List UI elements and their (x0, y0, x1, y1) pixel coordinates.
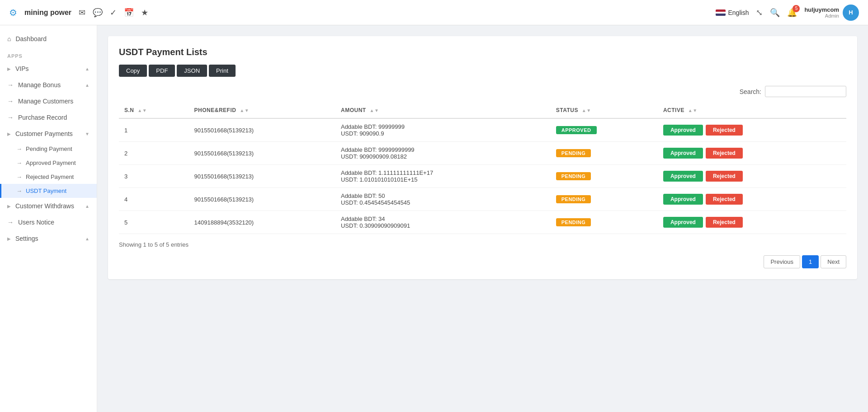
pending-payment-icon: → (16, 145, 22, 152)
page-1-button[interactable]: 1 (802, 255, 819, 268)
action-buttons: Approved Rejected (663, 217, 841, 228)
calendar-icon[interactable]: 📅 (124, 8, 134, 18)
search-icon[interactable]: 🔍 (770, 8, 780, 18)
col-phone-refid[interactable]: PHONE&REFID ▲▼ (189, 103, 335, 118)
star-icon[interactable]: ★ (141, 8, 148, 18)
toolbar: Copy PDF JSON Print (119, 65, 846, 77)
sidebar-item-settings[interactable]: ▶ Settings ▲ (0, 230, 97, 247)
approve-button[interactable]: Approved (663, 148, 703, 159)
data-table: S.N ▲▼ PHONE&REFID ▲▼ AMOUNT ▲▼ STATUS (119, 103, 846, 234)
sidebar-label-customer-payments: Customer Payments (15, 130, 73, 137)
home-icon: ⌂ (7, 35, 11, 42)
col-status[interactable]: STATUS ▲▼ (551, 103, 658, 118)
table-row: 5 1409188894(3532120) Addable BDT: 34 US… (119, 211, 846, 234)
cell-sn: 2 (119, 142, 189, 165)
cell-sn: 1 (119, 118, 189, 142)
sidebar-label-vips: VIPs (15, 65, 29, 72)
sidebar-item-approved-payment[interactable]: → Approved Payment (0, 156, 97, 170)
reject-button[interactable]: Rejected (706, 194, 743, 205)
sidebar-label-settings: Settings (15, 235, 38, 242)
table-header: S.N ▲▼ PHONE&REFID ▲▼ AMOUNT ▲▼ STATUS (119, 103, 846, 118)
reject-button[interactable]: Rejected (706, 125, 743, 136)
cell-amount: Addable BDT: 50 USDT: 0.45454545454545 (335, 188, 551, 211)
cell-sn: 5 (119, 211, 189, 234)
cell-sn: 3 (119, 165, 189, 188)
sidebar-item-usdt-payment[interactable]: → USDT Payment (0, 184, 97, 198)
vips-expand-icon: ▲ (85, 66, 90, 71)
sidebar-item-vips[interactable]: ▶ VIPs ▲ (0, 61, 97, 77)
amount-line1: Addable BDT: 99999999 (341, 123, 405, 130)
chat-icon[interactable]: 💬 (93, 8, 103, 18)
rejected-payment-icon: → (16, 173, 22, 180)
amount-line2: USDT: 909090.9 (341, 130, 384, 137)
sidebar-item-purchase-record[interactable]: → Purchase Record (0, 109, 97, 126)
user-info[interactable]: huljuymcom Admin H (804, 5, 859, 21)
content-card: USDT Payment Lists Copy PDF JSON Print S… (108, 36, 857, 279)
cell-amount: Addable BDT: 99999999999 USDT: 909090909… (335, 142, 551, 165)
search-input[interactable] (765, 86, 846, 97)
sidebar-label-purchase-record: Purchase Record (18, 114, 67, 121)
amount-line2: USDT: 0.45454545454545 (341, 199, 410, 206)
settings-icon: ▶ (7, 236, 11, 241)
sidebar-item-manage-bonus[interactable]: → Manage Bonus ▲ (0, 77, 97, 93)
customer-payments-icon: ▶ (7, 131, 11, 136)
amount-line1: Addable BDT: 1.11111111111E+17 (341, 169, 433, 176)
amount-line2: USDT: 0.30909090909091 (341, 222, 410, 229)
cell-amount: Addable BDT: 34 USDT: 0.30909090909091 (335, 211, 551, 234)
col-amount[interactable]: AMOUNT ▲▼ (335, 103, 551, 118)
approve-button[interactable]: Approved (663, 125, 703, 136)
amount-line2: USDT: 909090909.08182 (341, 153, 407, 160)
sidebar-label-manage-customers: Manage Customers (18, 98, 73, 105)
status-badge: APPROVED (556, 126, 597, 134)
next-button[interactable]: Next (821, 255, 846, 268)
manage-customers-icon: → (7, 98, 14, 105)
table-header-row: S.N ▲▼ PHONE&REFID ▲▼ AMOUNT ▲▼ STATUS (119, 103, 846, 118)
cell-status: PENDING (551, 211, 658, 234)
reject-button[interactable]: Rejected (706, 171, 743, 182)
cell-active: Approved Rejected (658, 118, 846, 142)
sidebar-item-pending-payment[interactable]: → Pending Payment (0, 142, 97, 156)
approve-button[interactable]: Approved (663, 217, 703, 228)
json-button[interactable]: JSON (177, 65, 207, 77)
language-selector[interactable]: English (716, 9, 749, 16)
reject-button[interactable]: Rejected (706, 217, 743, 228)
amount-line1: Addable BDT: 50 (341, 192, 385, 199)
status-badge: PENDING (556, 195, 591, 203)
status-sort-icon: ▲▼ (582, 108, 591, 113)
mail-icon[interactable]: ✉ (79, 8, 85, 18)
cell-amount: Addable BDT: 99999999 USDT: 909090.9 (335, 118, 551, 142)
approve-button[interactable]: Approved (663, 194, 703, 205)
users-notice-icon: → (7, 219, 14, 226)
sidebar-label-pending-payment: Pending Payment (26, 145, 72, 152)
app-name: mining power (24, 9, 71, 17)
notifications-bell[interactable]: 🔔 5 (787, 8, 797, 18)
cell-phone-refid: 9015501668(5139213) (189, 142, 335, 165)
notification-badge: 5 (793, 5, 800, 12)
sidebar-item-rejected-payment[interactable]: → Rejected Payment (0, 170, 97, 184)
sidebar-label-dashboard: Dashboard (15, 35, 47, 42)
showing-text: Showing 1 to 5 of 5 entries (119, 241, 846, 248)
pdf-button[interactable]: PDF (149, 65, 175, 77)
phone-sort-icon: ▲▼ (240, 108, 249, 113)
topnav-left: ⚙ mining power ✉ 💬 ✓ 📅 ★ (9, 7, 148, 18)
sidebar-item-customer-withdraws[interactable]: ▶ Customer Withdraws ▲ (0, 198, 97, 214)
col-active[interactable]: ACTIVE ▲▼ (658, 103, 846, 118)
sidebar-item-customer-payments[interactable]: ▶ Customer Payments ▼ (0, 126, 97, 142)
check-icon[interactable]: ✓ (110, 8, 117, 18)
col-sn[interactable]: S.N ▲▼ (119, 103, 189, 118)
copy-button[interactable]: Copy (119, 65, 147, 77)
vips-icon: ▶ (7, 66, 11, 71)
topnav-right: English ⤡ 🔍 🔔 5 huljuymcom Admin H (716, 5, 859, 21)
cell-status: PENDING (551, 142, 658, 165)
expand-icon[interactable]: ⤡ (756, 8, 763, 18)
sidebar-item-manage-customers[interactable]: → Manage Customers (0, 93, 97, 109)
print-button[interactable]: Print (209, 65, 236, 77)
page-title: USDT Payment Lists (119, 47, 846, 57)
sidebar-item-dashboard[interactable]: ⌂ Dashboard (0, 31, 97, 47)
settings-expand-icon: ▲ (85, 236, 90, 241)
approve-button[interactable]: Approved (663, 171, 703, 182)
reject-button[interactable]: Rejected (706, 148, 743, 159)
previous-button[interactable]: Previous (764, 255, 800, 268)
sidebar-item-users-notice[interactable]: → Users Notice (0, 214, 97, 230)
action-buttons: Approved Rejected (663, 194, 841, 205)
